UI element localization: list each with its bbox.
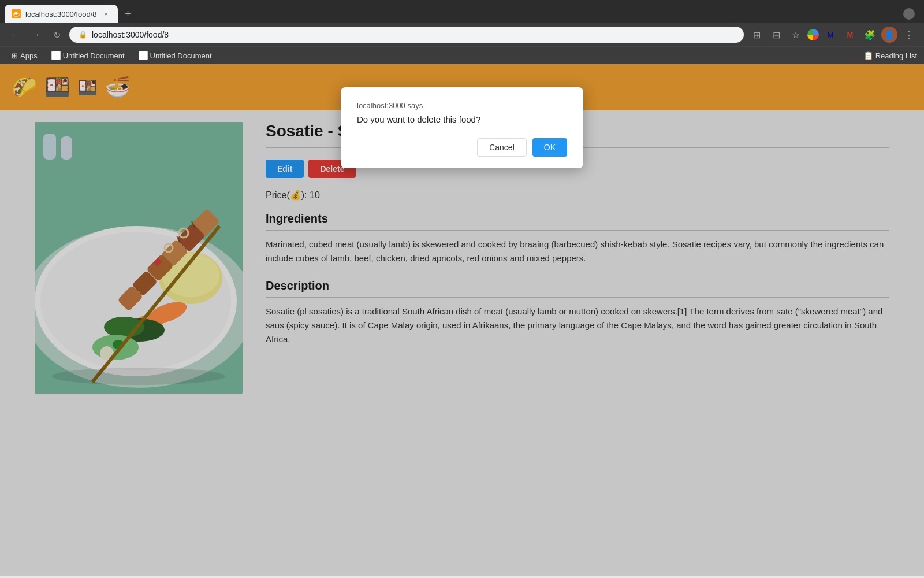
dialog-overlay: localhost:3000 says Do you want to delet… (0, 64, 924, 576)
dialog-message: Do you want to delete this food? (357, 114, 567, 124)
bookmark-untitled-1[interactable]: ○ Untitled Document (47, 49, 129, 62)
bookmarks-bar: ⊞ Apps ○ Untitled Document ○ Untitled Do… (0, 46, 924, 64)
address-bar: ← → ↻ 🔒 localhost:3000/food/8 ⊞ ⊟ ☆ M M … (0, 23, 924, 46)
dialog-ok-button[interactable]: OK (532, 138, 567, 157)
active-tab[interactable]: 🍛 localhost:3000/food/8 × (5, 5, 118, 23)
profile-avatar[interactable]: 👤 (881, 27, 897, 43)
microsoft-icon[interactable]: M (822, 27, 839, 43)
doc-icon-2: ○ (139, 51, 148, 60)
tab-bar: 🍛 localhost:3000/food/8 × + (0, 0, 924, 23)
tab-favicon: 🍛 (12, 9, 21, 18)
page-content: 🌮 🍱 🍱 🍜 (0, 64, 924, 576)
address-text: localhost:3000/food/8 (92, 30, 735, 39)
bookmark-label-1: Untitled Document (63, 51, 125, 60)
dialog-origin: localhost:3000 says (357, 101, 567, 110)
dialog-box: localhost:3000 says Do you want to delet… (341, 87, 583, 168)
tab-close-button[interactable]: × (102, 9, 111, 18)
dialog-buttons: Cancel OK (357, 138, 567, 157)
cast-icon[interactable]: ⊞ (748, 27, 765, 43)
google-icon[interactable] (807, 29, 819, 40)
toolbar-icons: ⊞ ⊟ ☆ M M 🧩 👤 ⋮ (748, 27, 917, 43)
back-button[interactable]: ← (7, 27, 23, 43)
doc-icon-1: ○ (51, 51, 61, 60)
new-tab-button[interactable]: + (120, 6, 136, 22)
apps-bookmark[interactable]: ⊞ Apps (7, 50, 42, 62)
bookmark-label-2: Untitled Document (150, 51, 212, 60)
address-input[interactable]: 🔒 localhost:3000/food/8 (69, 27, 744, 43)
extensions-icon[interactable]: 🧩 (862, 27, 878, 43)
reading-list-label: Reading List (875, 51, 917, 60)
bookmark-star-icon[interactable]: ☆ (788, 27, 804, 43)
browser-chrome: 🍛 localhost:3000/food/8 × + ← → ↻ 🔒 loca… (0, 0, 924, 64)
apps-icon: ⊞ (12, 51, 18, 60)
bookmark-untitled-2[interactable]: ○ Untitled Document (134, 49, 217, 62)
lock-icon: 🔒 (79, 31, 87, 39)
dialog-cancel-button[interactable]: Cancel (477, 138, 527, 157)
apps-label: Apps (20, 51, 38, 60)
tab-title: localhost:3000/food/8 (25, 10, 97, 18)
forward-button[interactable]: → (28, 27, 44, 43)
gmail-icon[interactable]: M (842, 27, 858, 43)
tab-search-icon[interactable]: ⊟ (768, 27, 784, 43)
menu-button[interactable]: ⋮ (901, 27, 917, 43)
reading-list-icon: 📋 (863, 51, 873, 60)
reload-button[interactable]: ↻ (49, 27, 65, 43)
browser-profile-icon (903, 8, 915, 20)
reading-list-area[interactable]: 📋 Reading List (863, 51, 917, 60)
